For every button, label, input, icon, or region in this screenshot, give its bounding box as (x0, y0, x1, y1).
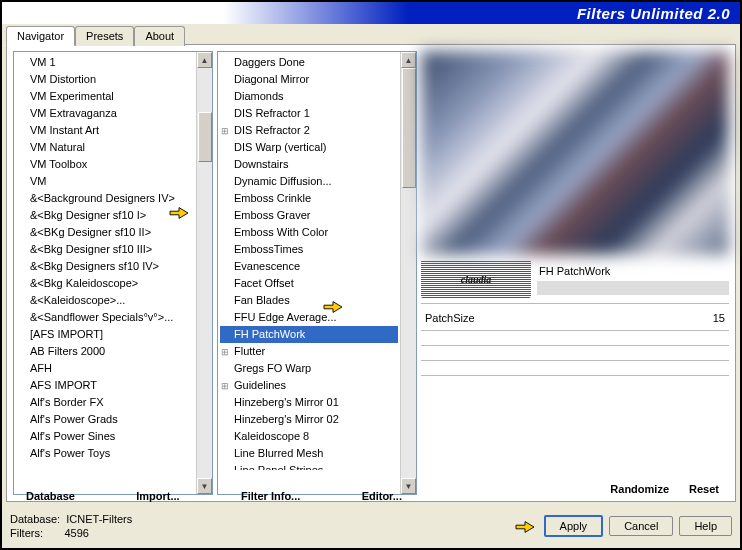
tabs: Navigator Presets About (2, 26, 740, 46)
list-item[interactable]: AFH (16, 360, 194, 377)
app-title: Filters Unlimited 2.0 (577, 5, 730, 22)
list-item[interactable]: Emboss With Color (220, 224, 398, 241)
list-item[interactable]: Alf's Power Grads (16, 411, 194, 428)
category-listbox[interactable]: VM 1VM DistortionVM ExperimentalVM Extra… (13, 51, 213, 495)
list-item[interactable]: Hinzeberg's Mirror 01 (220, 394, 398, 411)
tab-presets[interactable]: Presets (75, 26, 134, 46)
filterinfo-button[interactable]: Filter Info... (237, 490, 304, 502)
list-item[interactable]: &<Bkg Designers sf10 IV> (16, 258, 194, 275)
preview-panel: claudia FH PatchWork PatchSize 15 Random… (421, 51, 729, 495)
tab-about[interactable]: About (134, 26, 185, 46)
list-item[interactable]: Dynamic Diffusion... (220, 173, 398, 190)
list-item[interactable]: Flutter (220, 343, 398, 360)
status-bar: Database: ICNET-Filters Filters: 4596 Ap… (2, 506, 740, 546)
scrollbar-categories[interactable]: ▲ ▼ (196, 52, 212, 494)
randomize-button[interactable]: Randomize (610, 483, 669, 495)
list-item[interactable]: AB Filters 2000 (16, 343, 194, 360)
list-item[interactable]: &<Sandflower Specials°v°>... (16, 309, 194, 326)
list-item[interactable]: VM 1 (16, 54, 194, 71)
list-item[interactable]: &<Bkg Kaleidoscope> (16, 275, 194, 292)
list-item[interactable]: Gregs FO Warp (220, 360, 398, 377)
apply-button[interactable]: Apply (544, 515, 604, 537)
list-item[interactable]: &<Bkg Designer sf10 I> (16, 207, 194, 224)
cancel-button[interactable]: Cancel (609, 516, 673, 536)
list-item[interactable]: Alf's Power Sines (16, 428, 194, 445)
help-button[interactable]: Help (679, 516, 732, 536)
list-item[interactable]: Line Panel Stripes (220, 462, 398, 470)
param-label: PatchSize (425, 312, 475, 324)
list-item[interactable]: Evanescence (220, 258, 398, 275)
list-item[interactable]: &<Background Designers IV> (16, 190, 194, 207)
main-panel: VM 1VM DistortionVM ExperimentalVM Extra… (6, 44, 736, 502)
scroll-up-icon[interactable]: ▲ (401, 52, 416, 68)
list-item[interactable]: Hinzeberg's Mirror 02 (220, 411, 398, 428)
tab-navigator[interactable]: Navigator (6, 26, 75, 46)
list-item[interactable]: VM Instant Art (16, 122, 194, 139)
import-button[interactable]: Import... (132, 490, 183, 502)
list-item[interactable]: Alf's Border FX (16, 394, 194, 411)
list-item[interactable]: Facet Offset (220, 275, 398, 292)
list-item[interactable]: VM Extravaganza (16, 105, 194, 122)
filter-listbox[interactable]: Daggers DoneDiagonal MirrorDiamondsDIS R… (217, 51, 417, 495)
list-item[interactable]: Diamonds (220, 88, 398, 105)
filter-bar (537, 281, 729, 295)
status-db-label: Database: (10, 513, 60, 525)
list-item[interactable]: FH PatchWork (220, 326, 398, 343)
scroll-thumb[interactable] (402, 68, 416, 188)
list-item[interactable]: Kaleidoscope 8 (220, 428, 398, 445)
list-item[interactable]: Alf's Power Toys (16, 445, 194, 462)
list-item[interactable]: Fan Blades (220, 292, 398, 309)
list-item[interactable]: Diagonal Mirror (220, 71, 398, 88)
param-value: 15 (713, 312, 725, 324)
list-item[interactable]: Downstairs (220, 156, 398, 173)
database-button[interactable]: Database (22, 490, 79, 502)
scroll-up-icon[interactable]: ▲ (197, 52, 212, 68)
list-item[interactable]: &<BKg Designer sf10 II> (16, 224, 194, 241)
scroll-thumb[interactable] (198, 112, 212, 162)
list-item[interactable]: Daggers Done (220, 54, 398, 71)
list-item[interactable]: &<Kaleidoscope>... (16, 292, 194, 309)
scrollbar-filters[interactable]: ▲ ▼ (400, 52, 416, 494)
editor-button[interactable]: Editor... (358, 490, 406, 502)
list-item[interactable]: Line Blurred Mesh (220, 445, 398, 462)
list-item[interactable]: DIS Warp (vertical) (220, 139, 398, 156)
parameters: PatchSize 15 (421, 310, 729, 376)
list-item[interactable]: Emboss Crinkle (220, 190, 398, 207)
watermark-logo: claudia (421, 260, 531, 298)
list-item[interactable]: VM Toolbox (16, 156, 194, 173)
list-item[interactable]: VM Distortion (16, 71, 194, 88)
list-item[interactable]: DIS Refractor 2 (220, 122, 398, 139)
list-item[interactable]: AFS IMPORT (16, 377, 194, 394)
status-filters-value: 4596 (64, 527, 88, 539)
status-db-value: ICNET-Filters (66, 513, 132, 525)
list-item[interactable]: DIS Refractor 1 (220, 105, 398, 122)
list-item[interactable]: &<Bkg Designer sf10 III> (16, 241, 194, 258)
selected-filter-name: FH PatchWork (537, 263, 729, 279)
list-item[interactable]: Emboss Graver (220, 207, 398, 224)
list-item[interactable]: FFU Edge Average... (220, 309, 398, 326)
list-item[interactable]: [AFS IMPORT] (16, 326, 194, 343)
list-item[interactable]: VM Natural (16, 139, 194, 156)
status-filters-label: Filters: (10, 527, 43, 539)
list-item[interactable]: Guidelines (220, 377, 398, 394)
reset-button[interactable]: Reset (689, 483, 719, 495)
titlebar: Filters Unlimited 2.0 (2, 2, 740, 24)
list-item[interactable]: EmbossTimes (220, 241, 398, 258)
list-item[interactable]: VM (16, 173, 194, 190)
list-item[interactable]: VM Experimental (16, 88, 194, 105)
preview-image (421, 51, 729, 255)
